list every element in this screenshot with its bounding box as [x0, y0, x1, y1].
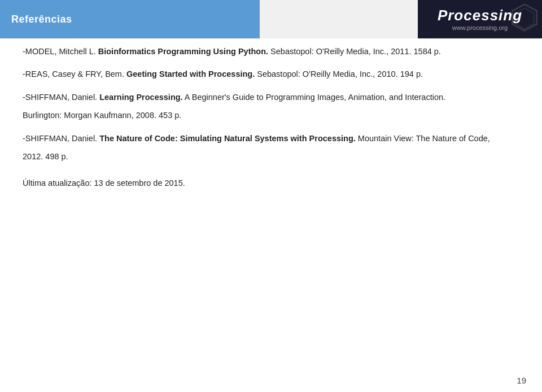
ref4b-plain: 2012. 498 p.: [23, 152, 68, 161]
ref-line-4a: -SHIFFMAN, Daniel. The Nature of Code: S…: [23, 132, 519, 145]
ref3b-plain: Burlington: Morgan Kaufmann, 2008. 453 p…: [23, 111, 181, 120]
ref-line-2: -REAS, Casey & FRY, Bem. Geeting Started…: [23, 68, 519, 80]
ref1-plain: -MODEL, Mitchell L.: [23, 47, 98, 56]
ref1-bold: Bioinformatics Programming Using Python.: [98, 47, 268, 56]
logo-url: www.processing.org: [452, 24, 508, 31]
ref-line-3a: -SHIFFMAN, Daniel. Learning Processing. …: [23, 91, 519, 103]
header: Referências Processing www.processing.or…: [0, 0, 542, 38]
ref4a-plain: -SHIFFMAN, Daniel.: [23, 134, 99, 143]
ref-line-3b: Burlington: Morgan Kaufmann, 2008. 453 p…: [23, 109, 519, 121]
last-updated-section: Última atualização: 13 de setembro de 20…: [23, 177, 519, 189]
reference-4: -SHIFFMAN, Daniel. The Nature of Code: S…: [23, 132, 519, 163]
last-updated-text: Última atualização: 13 de setembro de 20…: [23, 178, 185, 188]
reference-3: -SHIFFMAN, Daniel. Learning Processing. …: [23, 91, 519, 122]
logo-text: Processing: [438, 7, 522, 24]
ref-line-4b: 2012. 498 p.: [23, 150, 519, 163]
ref3a-rest: A Beginner's Guide to Programming Images…: [183, 93, 445, 102]
ref4a-rest: Mountain View: The Nature of Code,: [356, 134, 490, 143]
page-number: 19: [517, 376, 526, 385]
ref-line-1: -MODEL, Mitchell L. Bioinformatics Progr…: [23, 45, 519, 58]
header-spacer: [260, 0, 418, 38]
last-updated-line: Última atualização: 13 de setembro de 20…: [23, 177, 519, 189]
ref4a-bold: The Nature of Code: Simulating Natural S…: [99, 134, 356, 143]
ref2-bold: Geeting Started with Processing.: [126, 69, 255, 79]
logo-content: Processing www.processing.org: [438, 7, 522, 32]
reference-2: -REAS, Casey & FRY, Bem. Geeting Started…: [23, 68, 519, 80]
page-title: Referências: [11, 14, 72, 25]
ref2-rest: Sebastopol: O'Reilly Media, Inc., 2010. …: [255, 69, 423, 79]
main-content: -MODEL, Mitchell L. Bioinformatics Progr…: [23, 45, 519, 369]
ref1-rest: Sebastopol: O'Reilly Media, Inc., 2011. …: [268, 47, 441, 56]
header-logo-block: Processing www.processing.org: [418, 0, 542, 38]
reference-1: -MODEL, Mitchell L. Bioinformatics Progr…: [23, 45, 519, 58]
ref2-plain: -REAS, Casey & FRY, Bem.: [23, 69, 126, 79]
ref3a-plain: -SHIFFMAN, Daniel.: [23, 93, 99, 102]
page-container: Referências Processing www.processing.or…: [0, 0, 542, 392]
header-title-block: Referências: [0, 0, 260, 38]
ref3a-bold: Learning Processing.: [99, 93, 182, 102]
